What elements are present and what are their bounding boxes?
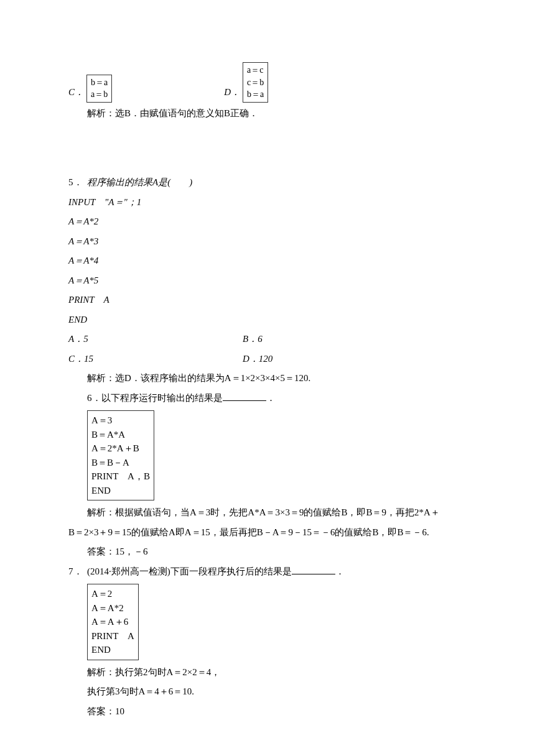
option-d-label: D． — [224, 83, 243, 104]
option-c-label: C． — [68, 83, 86, 104]
code-line: END — [91, 484, 150, 498]
q7-stem-body: (2014·郑州高一检测)下面一段程序执行后的结果是． — [87, 562, 345, 582]
section-gap — [68, 123, 479, 173]
q5-code-7: END — [68, 310, 479, 330]
code-line: b＝a — [247, 88, 264, 101]
q5-explanation: 解析：选D．该程序输出的结果为A＝1×2×3×4×5＝120. — [68, 369, 479, 389]
q7-explain-l2: 执行第3句时A＝4＋6＝10. — [68, 682, 479, 702]
blank-fill — [292, 564, 335, 574]
q7-answer: 答案：10 — [68, 702, 479, 722]
blank-fill — [223, 390, 266, 401]
q6-explain-line1: 解析：根据赋值语句，当A＝3时，先把A*A＝3×3＝9的值赋给B，即B＝9，再把… — [68, 503, 479, 523]
q6-suffix: ． — [266, 393, 276, 403]
q4-optc-code: b＝a a＝b — [86, 75, 112, 103]
code-line: a＝b — [91, 88, 108, 101]
q6-code-block: A＝3 B＝A*A A＝2*A＋B B＝B－A PRINT A，B END — [87, 410, 154, 500]
code-line: END — [91, 643, 134, 657]
q7-stem: (2014·郑州高一检测)下面一段程序执行后的结果是 — [87, 566, 292, 576]
q5-opt-b: B．6 — [243, 330, 263, 349]
q5-code-5: A＝A*5 — [68, 271, 479, 291]
q5-stem: 程序输出的结果A是( ) — [87, 173, 192, 193]
code-line: A＝3 — [91, 413, 150, 428]
q6-stem-row: 6．以下程序运行时输出的结果是． — [68, 389, 479, 408]
q5-opt-c: C．15 — [68, 349, 243, 369]
code-line: PRINT A — [91, 629, 134, 643]
code-line: A＝2*A＋B — [91, 441, 150, 456]
q5-choices-cd: C．15 D．120 — [68, 349, 479, 369]
q6-explain-line2: B＝2×3＋9＝15的值赋给A即A＝15，最后再把B－A＝9－15＝－6的值赋给… — [68, 523, 479, 543]
q7-code-block: A＝2 A＝A*2 A＝A＋6 PRINT A END — [87, 584, 139, 660]
q5-code-6: PRINT A — [68, 290, 479, 310]
code-line: B＝A*A — [91, 428, 150, 442]
code-line: b＝a — [91, 76, 108, 89]
q4-optd-code: a＝c c＝b b＝a — [243, 62, 268, 103]
q4-option-d: D． a＝c c＝b b＝a — [224, 62, 268, 104]
q6-answer: 答案：15，－6 — [68, 542, 479, 562]
code-line: PRINT A，B — [91, 469, 150, 484]
q5-choices-ab: A．5 B．6 — [68, 330, 479, 349]
q5-opt-d: D．120 — [243, 349, 272, 369]
code-line: A＝A*2 — [91, 601, 134, 615]
q7-suffix: ． — [335, 566, 345, 576]
code-line: a＝c — [247, 64, 264, 76]
code-line: c＝b — [247, 76, 264, 89]
q5-opt-a: A．5 — [68, 330, 243, 349]
code-line: A＝A＋6 — [91, 615, 134, 629]
q5-code-3: A＝A*3 — [68, 232, 479, 252]
q7-explain-l1: 解析：执行第2句时A＝2×2＝4， — [68, 663, 479, 683]
q5-number: 5． — [68, 173, 87, 193]
code-line: A＝2 — [91, 587, 134, 601]
q4-explanation: 解析：选B．由赋值语句的意义知B正确． — [68, 104, 479, 124]
q7-stem-row: 7． (2014·郑州高一检测)下面一段程序执行后的结果是． — [68, 562, 479, 582]
q4-option-c: C． b＝a a＝b — [68, 75, 112, 104]
q4-options-row: C． b＝a a＝b D． a＝c c＝b b＝a — [68, 62, 479, 104]
q5-code-4: A＝A*4 — [68, 251, 479, 271]
q5-code-1: INPUT "A＝"；1 — [68, 193, 479, 213]
code-line: B＝B－A — [91, 456, 150, 470]
q7-number: 7． — [68, 562, 87, 582]
q5-stem-row: 5． 程序输出的结果A是( ) — [68, 173, 479, 193]
q5-code-2: A＝A*2 — [68, 212, 479, 232]
q6-stem: 6．以下程序运行时输出的结果是 — [87, 393, 223, 403]
